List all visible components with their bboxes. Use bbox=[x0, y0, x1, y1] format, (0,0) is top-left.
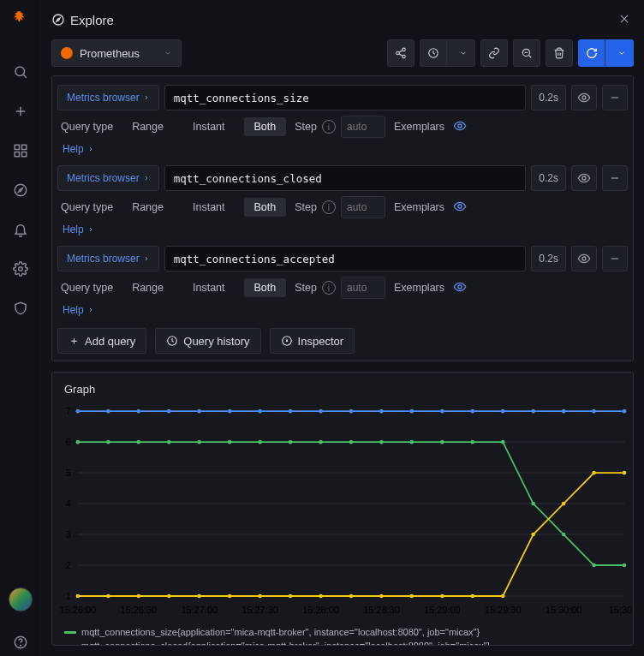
svg-point-87 bbox=[258, 594, 262, 599]
svg-point-112 bbox=[440, 409, 444, 414]
range-option[interactable]: Range bbox=[122, 278, 174, 297]
legend-swatch bbox=[64, 631, 76, 634]
query-input[interactable] bbox=[164, 246, 527, 271]
svg-marker-14 bbox=[57, 18, 60, 21]
instant-option[interactable]: Instant bbox=[182, 117, 236, 136]
range-option[interactable]: Range bbox=[122, 117, 174, 136]
svg-point-109 bbox=[349, 409, 354, 414]
svg-point-92 bbox=[410, 594, 414, 599]
svg-point-19 bbox=[402, 55, 406, 58]
share-button[interactable] bbox=[387, 39, 414, 67]
toggle-visibility-button[interactable] bbox=[571, 246, 597, 271]
shield-icon[interactable] bbox=[7, 295, 34, 322]
help-button[interactable]: Help bbox=[57, 220, 628, 239]
svg-point-103 bbox=[167, 409, 171, 414]
inspector-button[interactable]: Inspector bbox=[270, 328, 355, 354]
both-option[interactable]: Both bbox=[244, 117, 287, 136]
svg-point-26 bbox=[582, 96, 586, 99]
step-input[interactable] bbox=[341, 277, 385, 299]
trash-button[interactable] bbox=[546, 39, 573, 67]
exemplars-toggle[interactable] bbox=[453, 119, 467, 135]
bell-icon[interactable] bbox=[7, 216, 34, 243]
datasource-picker[interactable]: Prometheus bbox=[51, 39, 182, 67]
svg-point-106 bbox=[258, 409, 262, 414]
help-button[interactable]: Help bbox=[57, 301, 628, 319]
chart-area[interactable]: 123456715:26:0015:26:3015:27:0015:27:301… bbox=[52, 396, 633, 620]
help-icon[interactable] bbox=[7, 629, 34, 656]
svg-point-0 bbox=[15, 67, 25, 76]
query-input[interactable] bbox=[164, 165, 527, 191]
svg-text:15:28:00: 15:28:00 bbox=[302, 605, 339, 615]
info-icon[interactable]: i bbox=[322, 120, 336, 134]
metrics-browser-button[interactable]: Metrics browser bbox=[57, 246, 159, 271]
query-type-label: Query type bbox=[61, 121, 113, 133]
dashboards-icon[interactable] bbox=[7, 137, 34, 164]
exemplars-toggle[interactable] bbox=[453, 200, 467, 216]
svg-point-108 bbox=[319, 409, 323, 414]
legend-item[interactable]: mqtt_connections_closed{application="mic… bbox=[64, 639, 621, 646]
info-icon[interactable]: i bbox=[322, 200, 336, 214]
range-option[interactable]: Range bbox=[122, 198, 174, 217]
add-query-button[interactable]: ＋Add query bbox=[57, 328, 146, 354]
instant-option[interactable]: Instant bbox=[182, 278, 236, 297]
legend-item[interactable]: mqtt_connections_size{application="mica-… bbox=[64, 625, 621, 639]
time-picker-button[interactable] bbox=[420, 39, 475, 67]
svg-point-114 bbox=[501, 409, 505, 414]
link-button[interactable] bbox=[480, 39, 508, 67]
exemplars-toggle[interactable] bbox=[453, 280, 467, 296]
exemplars-label: Exemplars bbox=[394, 282, 444, 294]
svg-point-80 bbox=[623, 564, 627, 568]
toolbar-right bbox=[387, 39, 634, 67]
svg-rect-5 bbox=[21, 145, 26, 149]
query-type-label: Query type bbox=[61, 282, 113, 294]
svg-point-96 bbox=[531, 533, 535, 537]
step-input[interactable] bbox=[341, 116, 385, 138]
compass-icon bbox=[51, 13, 65, 27]
help-button[interactable]: Help bbox=[57, 140, 628, 158]
gear-icon[interactable] bbox=[7, 255, 34, 283]
svg-rect-4 bbox=[15, 145, 19, 149]
toggle-visibility-button[interactable] bbox=[571, 85, 597, 110]
avatar[interactable] bbox=[9, 587, 33, 611]
svg-point-67 bbox=[228, 440, 232, 444]
query-row: Metrics browser 0.2s Query type Range In… bbox=[57, 242, 628, 323]
svg-line-21 bbox=[399, 54, 402, 56]
svg-point-34 bbox=[458, 285, 462, 289]
svg-text:15:27:00: 15:27:00 bbox=[181, 605, 218, 615]
zoom-out-button[interactable] bbox=[513, 39, 540, 67]
datasource-name: Prometheus bbox=[80, 47, 140, 60]
legend: mqtt_connections_size{application="mica-… bbox=[52, 620, 633, 646]
info-icon[interactable]: i bbox=[322, 281, 336, 295]
svg-point-102 bbox=[137, 409, 141, 414]
svg-point-81 bbox=[76, 594, 80, 599]
svg-point-116 bbox=[562, 409, 566, 414]
step-label: Step bbox=[295, 121, 317, 133]
legend-swatch bbox=[64, 645, 76, 646]
query-input[interactable] bbox=[164, 85, 527, 110]
plus-icon[interactable] bbox=[7, 98, 34, 125]
remove-query-button[interactable] bbox=[602, 165, 628, 191]
remove-query-button[interactable] bbox=[602, 85, 628, 110]
toggle-visibility-button[interactable] bbox=[571, 165, 597, 191]
legend-label: mqtt_connections_size{application="mica-… bbox=[81, 627, 480, 637]
metrics-browser-button[interactable]: Metrics browser bbox=[57, 165, 159, 191]
step-input[interactable] bbox=[341, 196, 385, 218]
compass-icon[interactable] bbox=[7, 176, 34, 204]
close-icon[interactable] bbox=[615, 9, 634, 31]
both-option[interactable]: Both bbox=[244, 198, 287, 217]
svg-point-13 bbox=[53, 15, 63, 25]
svg-point-31 bbox=[458, 205, 462, 208]
svg-point-100 bbox=[76, 409, 80, 414]
query-row: Metrics browser 0.2s Query type Range In… bbox=[57, 162, 628, 242]
svg-line-24 bbox=[529, 56, 532, 58]
both-option[interactable]: Both bbox=[244, 278, 287, 297]
instant-option[interactable]: Instant bbox=[182, 198, 236, 217]
run-query-button[interactable] bbox=[578, 39, 634, 67]
grafana-logo-icon[interactable] bbox=[7, 7, 34, 34]
remove-query-button[interactable] bbox=[602, 246, 628, 271]
query-history-button[interactable]: Query history bbox=[155, 328, 260, 354]
svg-point-17 bbox=[402, 48, 406, 51]
svg-point-36 bbox=[286, 340, 287, 341]
search-icon[interactable] bbox=[7, 58, 34, 86]
metrics-browser-button[interactable]: Metrics browser bbox=[57, 85, 159, 110]
